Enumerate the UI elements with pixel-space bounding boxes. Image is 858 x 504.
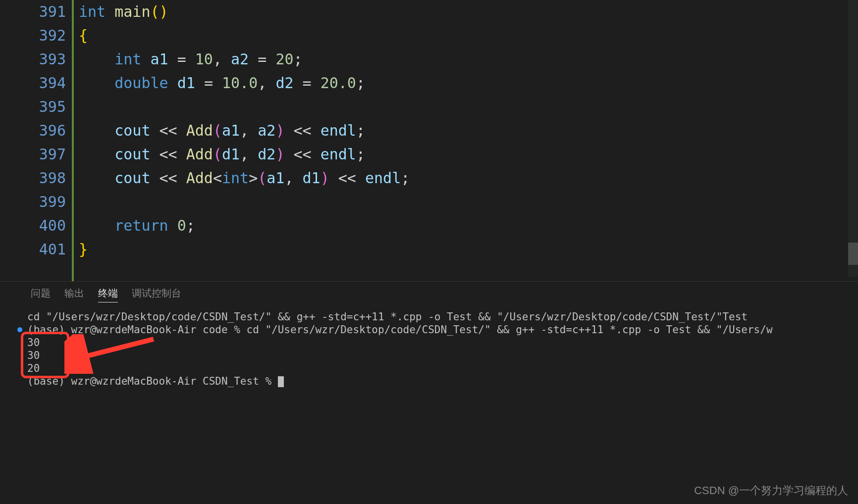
minimap[interactable] xyxy=(848,0,858,277)
code-line[interactable] xyxy=(79,95,858,119)
tab-problems[interactable]: 问题 xyxy=(31,287,51,302)
code-line[interactable]: cout << Add<int>(a1, d1) << endl; xyxy=(79,166,858,190)
terminal-line: (base) wzr@wzrdeMacBook-Air CSDN_Test % xyxy=(27,375,845,388)
line-number-gutter: 391392393394395396397398399400401 xyxy=(0,0,72,281)
code-line[interactable]: int a1 = 10, a2 = 20; xyxy=(79,48,858,71)
line-number: 399 xyxy=(0,190,66,214)
code-line[interactable]: return 0; xyxy=(79,214,858,238)
line-number: 393 xyxy=(0,48,66,71)
terminal-line: cd "/Users/wzr/Desktop/code/CSDN_Test/" … xyxy=(27,310,845,323)
line-number: 396 xyxy=(0,119,66,143)
code-line[interactable]: cout << Add(d1, d2) << endl; xyxy=(79,143,858,166)
line-number: 400 xyxy=(0,214,66,238)
code-line[interactable]: int main() xyxy=(79,0,858,24)
terminal-cursor xyxy=(278,376,284,387)
bottom-panel: 问题 输出 终端 调试控制台 cd "/Users/wzr/Desktop/co… xyxy=(0,281,858,392)
status-dot-icon xyxy=(17,327,22,332)
line-number: 391 xyxy=(0,0,66,24)
terminal-line: (base) wzr@wzrdeMacBook-Air code % cd "/… xyxy=(27,323,845,336)
line-number: 395 xyxy=(0,95,66,119)
line-number: 397 xyxy=(0,143,66,166)
terminal-line: 30 xyxy=(27,336,845,349)
watermark: CSDN @一个努力学习编程的人 xyxy=(694,483,848,498)
modified-indicator xyxy=(72,0,74,281)
code-line[interactable]: } xyxy=(79,238,858,261)
terminal-content[interactable]: cd "/Users/wzr/Desktop/code/CSDN_Test/" … xyxy=(0,306,858,392)
code-line[interactable]: { xyxy=(79,24,858,48)
code-content[interactable]: int main(){ int a1 = 10, a2 = 20; double… xyxy=(75,0,858,281)
minimap-thumb[interactable] xyxy=(848,243,858,265)
tab-output[interactable]: 输出 xyxy=(64,287,84,302)
terminal-line: 20 xyxy=(27,362,845,375)
line-number: 401 xyxy=(0,238,66,261)
code-editor[interactable]: 391392393394395396397398399400401 int ma… xyxy=(0,0,858,281)
line-number: 392 xyxy=(0,24,66,48)
code-line[interactable]: cout << Add(a1, a2) << endl; xyxy=(79,119,858,143)
code-line[interactable] xyxy=(79,190,858,214)
line-number: 394 xyxy=(0,71,66,95)
tab-terminal[interactable]: 终端 xyxy=(98,287,118,302)
line-number: 398 xyxy=(0,166,66,190)
code-line[interactable]: double d1 = 10.0, d2 = 20.0; xyxy=(79,71,858,95)
tab-debug-console[interactable]: 调试控制台 xyxy=(132,287,181,302)
panel-tabs: 问题 输出 终端 调试控制台 xyxy=(0,282,858,306)
terminal-line: 30 xyxy=(27,349,845,362)
